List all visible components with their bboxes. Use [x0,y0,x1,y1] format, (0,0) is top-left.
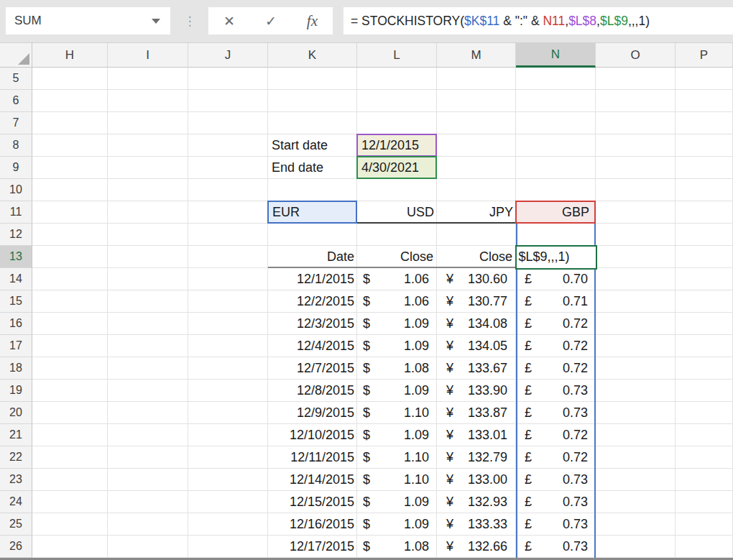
cell-jpy-close[interactable]: ¥130.60 [437,268,516,290]
cell-gbp-close[interactable]: £0.72 [516,357,596,380]
cell-J5[interactable] [188,68,268,90]
cell-O22[interactable] [596,446,676,469]
cell-H6[interactable] [32,90,108,112]
cell-usd-header[interactable]: USD [357,201,437,224]
cell-O9[interactable] [596,157,676,179]
cell-O23[interactable] [596,469,676,491]
row-header-25[interactable]: 25 [0,513,32,536]
cell-O17[interactable] [596,335,676,357]
cell-J12[interactable] [188,224,268,246]
cell-gbp-close[interactable]: £0.73 [516,536,596,558]
column-header-J[interactable]: J [188,43,268,68]
cell-I20[interactable] [108,402,188,424]
column-header-K[interactable]: K [268,43,357,68]
cell-H23[interactable] [32,469,108,491]
cell-jpy-close[interactable]: ¥133.67 [437,357,516,380]
row-header-22[interactable]: 22 [0,446,32,469]
cell-O6[interactable] [596,90,676,112]
insert-function-icon[interactable]: fx [307,12,318,30]
cell-H17[interactable] [32,335,108,357]
row-header-20[interactable]: 20 [0,402,32,424]
cell-usd-close[interactable]: $1.10 [357,469,437,491]
row-header-16[interactable]: 16 [0,313,32,335]
row-header-23[interactable]: 23 [0,469,32,491]
cell-P24[interactable] [676,491,733,513]
cell-O15[interactable] [596,290,676,313]
cell-I18[interactable] [108,357,188,380]
cell-jpy-close[interactable]: ¥132.79 [437,446,516,469]
end-date-label[interactable]: End date [268,157,357,179]
cell-I5[interactable] [108,68,188,90]
cell-M5[interactable] [437,68,516,90]
cell-N9[interactable] [516,157,596,179]
cell-H11[interactable] [32,201,108,224]
cell-I10[interactable] [108,179,188,201]
cell-usd-close[interactable]: $1.10 [357,402,437,424]
row-header-7[interactable]: 7 [0,112,32,134]
cell-I14[interactable] [108,268,188,290]
cell-O11[interactable] [596,201,676,224]
cell-jpy-header[interactable]: JPY [437,201,516,224]
enter-icon[interactable]: ✓ [265,13,277,29]
cell-gbp-close[interactable]: £0.73 [516,380,596,402]
cell-P23[interactable] [676,469,733,491]
cell-N6[interactable] [516,90,596,112]
cell-O7[interactable] [596,112,676,134]
cell-date[interactable]: 12/17/2015 [268,536,357,558]
formula-edit-cell[interactable]: $L$9,,,1) [515,245,597,270]
cell-J11[interactable] [188,201,268,224]
column-header-O[interactable]: O [596,43,676,68]
cancel-icon[interactable]: ✕ [223,13,235,29]
cell-P26[interactable] [676,536,733,558]
cell-J9[interactable] [188,157,268,179]
cell-jpy-close[interactable]: ¥132.93 [437,491,516,513]
cell-date[interactable]: 12/4/2015 [268,335,357,357]
cell-usd-close[interactable]: $1.09 [357,424,437,446]
cell-P15[interactable] [676,290,733,313]
row-header-17[interactable]: 17 [0,335,32,357]
cell-K10[interactable] [268,179,357,201]
cell-usd-close[interactable]: $1.08 [357,357,437,380]
row-header-10[interactable]: 10 [0,179,32,201]
cell-K6[interactable] [268,90,357,112]
cell-K5[interactable] [268,68,357,90]
cell-J17[interactable] [188,335,268,357]
cell-date[interactable]: 12/7/2015 [268,357,357,380]
cell-usd-close[interactable]: $1.06 [357,290,437,313]
cell-I21[interactable] [108,424,188,446]
cell-I7[interactable] [108,112,188,134]
cell-H13[interactable] [32,246,108,268]
cell-J18[interactable] [188,357,268,380]
row-header-15[interactable]: 15 [0,290,32,313]
cell-J7[interactable] [188,112,268,134]
cell-H25[interactable] [32,513,108,536]
cell-J21[interactable] [188,424,268,446]
cell-usd-close[interactable]: $1.09 [357,313,437,335]
cell-I13[interactable] [108,246,188,268]
cell-O12[interactable] [596,224,676,246]
cell-O24[interactable] [596,491,676,513]
cell-I16[interactable] [108,313,188,335]
cell-J20[interactable] [188,402,268,424]
row-header-12[interactable]: 12 [0,224,32,246]
usd-close-header[interactable]: Close [357,246,437,268]
cell-O18[interactable] [596,357,676,380]
cell-J8[interactable] [188,134,268,157]
end-date-value-cell[interactable]: 4/30/2021 [356,156,437,179]
cell-I15[interactable] [108,290,188,313]
cell-I26[interactable] [108,536,188,558]
cell-J6[interactable] [188,90,268,112]
cell-jpy-close[interactable]: ¥133.01 [437,424,516,446]
cell-jpy-close[interactable]: ¥132.66 [437,536,516,558]
cell-gbp-close[interactable]: £0.71 [516,290,596,313]
cell-gbp-close[interactable]: £0.72 [516,335,596,357]
cell-J14[interactable] [188,268,268,290]
cell-usd-close[interactable]: $1.09 [357,380,437,402]
cell-N8[interactable] [516,134,596,157]
column-header-N[interactable]: N [516,43,596,68]
cell-J22[interactable] [188,446,268,469]
cell-H19[interactable] [32,380,108,402]
cell-H8[interactable] [32,134,108,157]
cell-eur-header[interactable]: EUR [267,201,357,224]
cell-gbp-close[interactable]: £0.72 [516,424,596,446]
